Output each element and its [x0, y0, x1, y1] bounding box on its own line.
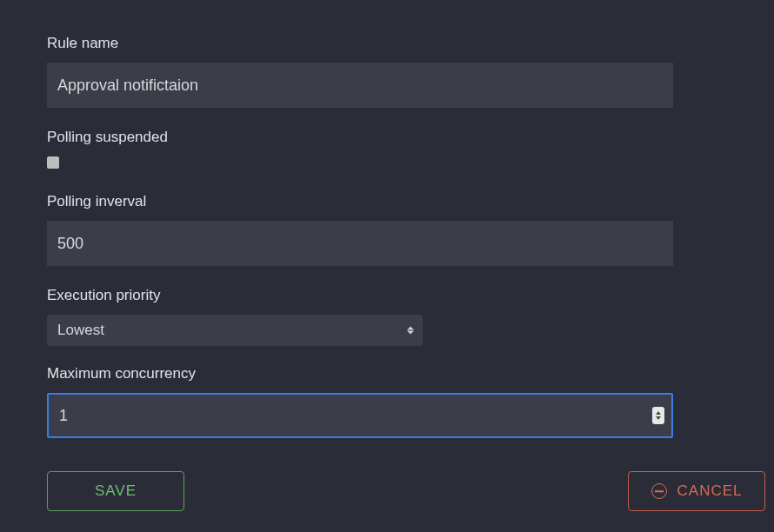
cancel-button[interactable]: CANCEL	[628, 471, 765, 511]
polling-suspended-label: Polling suspended	[47, 129, 727, 146]
settings-form: Rule name Polling suspended Polling inve…	[0, 0, 774, 456]
rule-name-label: Rule name	[47, 35, 727, 52]
execution-priority-wrap: Lowest	[47, 315, 423, 346]
save-button[interactable]: SAVE	[47, 471, 184, 511]
execution-priority-select[interactable]: Lowest	[47, 315, 423, 346]
max-concurrency-label: Maximum concurrency	[47, 365, 727, 382]
cancel-button-label: CANCEL	[677, 482, 743, 500]
polling-suspended-wrap	[47, 156, 727, 172]
max-concurrency-input[interactable]	[47, 393, 673, 438]
max-concurrency-wrap	[47, 393, 673, 438]
minus-circle-icon	[651, 483, 667, 499]
polling-suspended-checkbox[interactable]	[47, 156, 59, 169]
rule-name-input[interactable]	[47, 63, 673, 108]
save-button-label: SAVE	[95, 482, 137, 500]
execution-priority-value: Lowest	[57, 322, 104, 339]
stepper-icon[interactable]	[652, 407, 664, 424]
execution-priority-label: Execution priority	[47, 287, 727, 304]
polling-interval-label: Polling inverval	[47, 193, 727, 210]
polling-interval-input[interactable]	[47, 221, 673, 266]
action-bar: SAVE CANCEL	[47, 471, 765, 511]
